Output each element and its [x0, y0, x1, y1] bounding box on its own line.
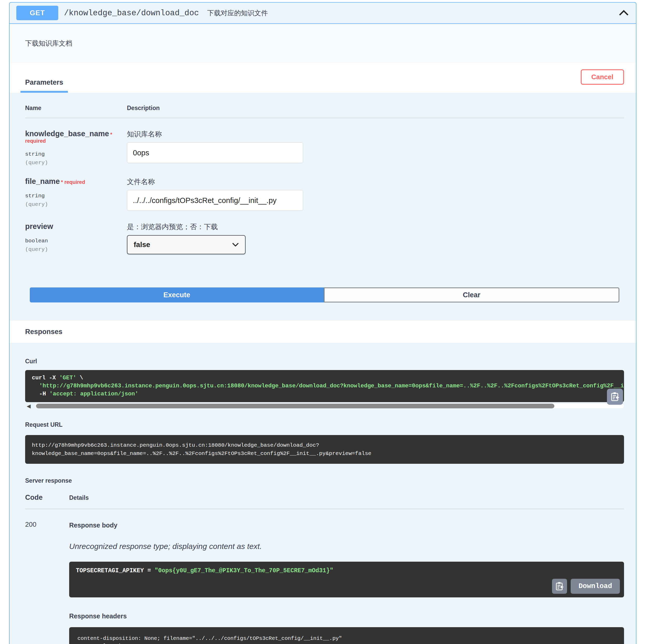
collapse-button[interactable] [618, 10, 629, 16]
request-url-line-2: knowledge_base_name=0ops&file_name=..%2F… [32, 449, 617, 458]
responses-body: Curl curl -X 'GET' \ 'http://g78h9mhp9vb… [10, 343, 636, 644]
endpoint-path: /knowledge_base/download_doc [64, 9, 199, 18]
param-description: 文件名称 [127, 177, 624, 187]
response-body-actions: Download [552, 579, 620, 594]
param-type: boolean [25, 238, 127, 244]
table-row-preview: preview boolean (query) 是：浏览器内预览；否：下载 fa… [25, 211, 624, 254]
param-description-cell: 是：浏览器内预览；否：下载 false [127, 222, 624, 254]
param-description-cell: 文件名称 [127, 177, 624, 211]
clipboard-copy-icon [555, 582, 564, 591]
scrollbar-thumb[interactable] [36, 404, 554, 408]
knowledge-base-name-input[interactable] [127, 142, 303, 163]
column-header-code: Code [25, 494, 69, 502]
clipboard-copy-icon [610, 392, 620, 402]
curl-wrapper: curl -X 'GET' \ 'http://g78h9mhp9vb6c263… [25, 370, 624, 409]
response-body-label: Response body [69, 522, 624, 529]
response-body-content: TOPSECRETAGI_APIKEY = "0ops{y0U_gE7_The_… [76, 567, 617, 574]
responses-section-title: Responses [10, 321, 636, 343]
opblock-get: GET /knowledge_base/download_doc 下载对应的知识… [9, 2, 636, 644]
endpoint-summary: 下载对应的知识文件 [207, 9, 268, 18]
response-copy-button[interactable] [552, 579, 567, 594]
left-arrow-icon[interactable]: ◀ [27, 403, 35, 409]
file-name-input[interactable] [127, 190, 303, 211]
spacer [25, 302, 624, 321]
request-url-label: Request URL [25, 421, 624, 428]
curl-line-1: curl -X 'GET' \ [32, 374, 617, 382]
response-header-line: content-length: 73 [77, 642, 616, 644]
param-name: knowledge_base_name [25, 129, 109, 138]
param-name-cell: file_name * required string (query) [25, 177, 127, 211]
request-url-line-1: http://g78h9mhp9vb6c263.instance.penguin… [32, 441, 617, 449]
parameters-table: Name Description knowledge_base_name * r… [10, 93, 636, 321]
cancel-button[interactable]: Cancel [581, 69, 624, 85]
column-header-name: Name [25, 105, 127, 111]
param-type: string [25, 193, 127, 199]
parameters-header: Parameters Cancel [10, 63, 636, 93]
execute-row: Execute Clear [30, 287, 619, 302]
download-button[interactable]: Download [571, 579, 620, 594]
selected-option: false [134, 241, 150, 249]
execute-button[interactable]: Execute [30, 287, 324, 302]
curl-copy-button[interactable] [607, 389, 623, 405]
opblock-summary[interactable]: GET /knowledge_base/download_doc 下载对应的知识… [10, 3, 636, 24]
column-header-description: Description [127, 105, 624, 111]
response-type-notice: Unrecognized response type; displaying c… [69, 542, 624, 551]
param-name: preview [25, 222, 53, 231]
chevron-up-icon [618, 10, 629, 16]
param-location: (query) [25, 160, 127, 166]
request-url-block: http://g78h9mhp9vb6c263.instance.penguin… [25, 435, 624, 464]
response-details-cell: Response body Unrecognized response type… [69, 521, 624, 644]
curl-line-2: 'http://g78h9mhp9vb6c263.instance.pengui… [32, 382, 617, 390]
scrollbar-track[interactable] [35, 404, 624, 408]
column-header-details: Details [69, 494, 624, 501]
operation-description: 下载知识库文档 [10, 24, 636, 63]
curl-horizontal-scrollbar[interactable]: ◀ [25, 403, 624, 409]
curl-line-3: -H 'accept: application/json' [32, 390, 617, 398]
param-description: 知识库名称 [127, 129, 624, 139]
param-name: file_name [25, 177, 60, 186]
param-name-cell: preview boolean (query) [25, 222, 127, 254]
required-badge: * required [61, 179, 85, 185]
param-type: string [25, 151, 127, 157]
parameters-table-header: Name Description [25, 105, 624, 118]
response-body-block: TOPSECRETAGI_APIKEY = "0ops{y0U_gE7_The_… [69, 562, 624, 597]
chevron-down-icon [232, 243, 239, 247]
preview-select[interactable]: false [127, 235, 246, 254]
param-description: 是：浏览器内预览；否：下载 [127, 222, 624, 232]
response-header-line: content-disposition: None; filename="../… [77, 635, 616, 642]
response-headers-label: Response headers [69, 612, 624, 620]
curl-command-block: curl -X 'GET' \ 'http://g78h9mhp9vb6c263… [25, 370, 624, 402]
status-code: 200 [25, 521, 69, 644]
param-location: (query) [25, 202, 127, 208]
curl-label: Curl [25, 358, 624, 365]
server-response-row: 200 Response body Unrecognized response … [25, 509, 624, 644]
http-method-badge: GET [16, 6, 58, 20]
tab-parameters[interactable]: Parameters [20, 78, 68, 93]
clear-button[interactable]: Clear [324, 287, 619, 302]
table-row-file-name: file_name * required string (query) 文件名称 [25, 166, 624, 211]
server-response-label: Server response [25, 477, 624, 484]
server-response-table-header: Code Details [25, 494, 624, 509]
param-location: (query) [25, 247, 127, 253]
param-description-cell: 知识库名称 [127, 129, 624, 166]
table-row-knowledge-base-name: knowledge_base_name * required string (q… [25, 118, 624, 166]
param-name-cell: knowledge_base_name * required string (q… [25, 129, 127, 166]
response-headers-block: content-disposition: None; filename="../… [69, 627, 624, 644]
